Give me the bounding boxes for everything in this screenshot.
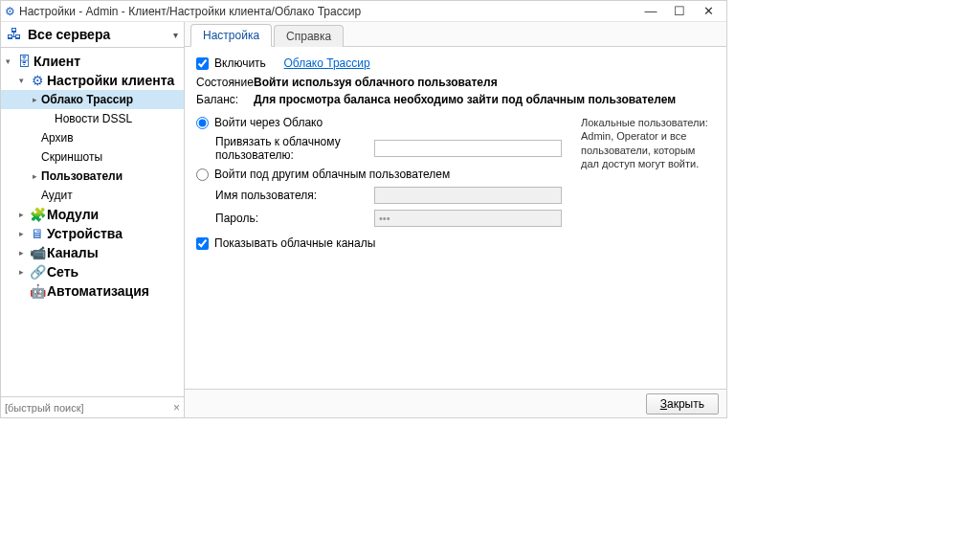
settings-window: ⚙ Настройки - Admin - Клиент/Настройки к… bbox=[0, 0, 727, 418]
chevron-icon[interactable]: ▸ bbox=[14, 248, 28, 258]
content-area: НастройкаСправка Включить Облако Трассир… bbox=[185, 22, 726, 417]
camera-icon: 📹 bbox=[28, 245, 47, 260]
tree-item-8[interactable]: ▸🧩Модули bbox=[1, 205, 184, 224]
nav-tree: ▾🗄Клиент▾⚙Настройки клиента▸Облако Трасс… bbox=[1, 48, 184, 396]
chevron-icon[interactable]: ▸ bbox=[14, 229, 28, 238]
enable-label: Включить bbox=[214, 56, 266, 70]
status-label: Состояние: bbox=[196, 76, 254, 89]
window-title: Настройки - Admin - Клиент/Настройки кли… bbox=[19, 5, 636, 18]
tree-item-12[interactable]: 🤖Автоматизация bbox=[1, 281, 184, 301]
sidebar-header[interactable]: 🖧 Все сервера ▾ bbox=[1, 22, 184, 48]
tree-item-3[interactable]: Новости DSSL bbox=[1, 109, 184, 128]
radio-login-cloud[interactable] bbox=[196, 117, 209, 129]
cloud-link[interactable]: Облако Трассир bbox=[284, 56, 370, 70]
tree-item-label: Архив bbox=[41, 131, 74, 145]
servers-icon: 🖧 bbox=[7, 26, 22, 43]
search-input[interactable] bbox=[5, 402, 173, 414]
tree-item-0[interactable]: ▾🗄Клиент bbox=[1, 52, 184, 71]
tree-item-label: Каналы bbox=[47, 245, 99, 260]
network-icon: 🔗 bbox=[28, 264, 47, 280]
gear-icon: ⚙ bbox=[5, 5, 15, 18]
chevron-icon[interactable]: ▾ bbox=[14, 76, 28, 85]
tree-item-2[interactable]: ▸Облако Трассир bbox=[1, 90, 184, 109]
db-icon: 🗄 bbox=[14, 54, 33, 69]
gear-icon: ⚙ bbox=[28, 73, 47, 88]
tree-item-11[interactable]: ▸🔗Сеть bbox=[1, 262, 184, 281]
status-value: Войти используя облачного пользователя bbox=[254, 76, 498, 89]
chevron-icon[interactable]: ▸ bbox=[14, 210, 28, 219]
tab-0[interactable]: Настройка bbox=[190, 24, 272, 47]
clear-search-icon[interactable]: × bbox=[173, 401, 180, 415]
password-label: Пароль: bbox=[215, 212, 368, 225]
tree-item-label: Новости DSSL bbox=[55, 112, 132, 125]
tree-item-1[interactable]: ▾⚙Настройки клиента bbox=[1, 71, 184, 90]
password-input[interactable] bbox=[374, 210, 562, 227]
chevron-icon[interactable]: ▸ bbox=[28, 95, 41, 104]
tree-item-label: Пользователи bbox=[41, 169, 122, 183]
minimize-button[interactable]: — bbox=[636, 4, 665, 18]
titlebar: ⚙ Настройки - Admin - Клиент/Настройки к… bbox=[1, 1, 726, 22]
tree-item-label: Облако Трассир bbox=[41, 93, 133, 106]
bind-cloud-user-input[interactable] bbox=[374, 140, 562, 157]
chevron-icon[interactable]: ▾ bbox=[1, 56, 14, 66]
tabs: НастройкаСправка bbox=[185, 22, 726, 47]
tree-item-label: Модули bbox=[47, 207, 99, 222]
robot-icon: 🤖 bbox=[28, 283, 47, 299]
show-channels-checkbox[interactable] bbox=[196, 237, 209, 250]
tree-item-4[interactable]: Архив bbox=[1, 128, 184, 147]
chevron-icon[interactable]: ▸ bbox=[14, 267, 28, 277]
tree-item-label: Сеть bbox=[47, 264, 78, 280]
username-input[interactable] bbox=[374, 187, 562, 204]
radio-login-other-label: Войти под другим облачным пользователем bbox=[214, 168, 450, 181]
dropdown-icon[interactable]: ▾ bbox=[173, 30, 178, 40]
radio-login-cloud-label: Войти через Облако bbox=[214, 116, 323, 129]
tree-item-7[interactable]: Аудит bbox=[1, 186, 184, 205]
tree-item-label: Аудит bbox=[41, 189, 73, 202]
settings-panel: Включить Облако Трассир Состояние: Войти… bbox=[185, 47, 726, 389]
tab-1[interactable]: Справка bbox=[274, 25, 344, 47]
login-options: Войти через Облако Привязать к облачному… bbox=[196, 116, 562, 256]
username-label: Имя пользователя: bbox=[215, 189, 368, 202]
chevron-icon[interactable]: ▸ bbox=[28, 171, 41, 181]
tree-item-9[interactable]: ▸🖥Устройства bbox=[1, 224, 184, 243]
tree-item-label: Клиент bbox=[33, 54, 80, 69]
tree-item-10[interactable]: ▸📹Каналы bbox=[1, 243, 184, 262]
close-button[interactable]: ✕ bbox=[694, 4, 723, 18]
enable-checkbox[interactable] bbox=[196, 57, 209, 70]
balance-label: Баланс: bbox=[196, 93, 254, 106]
footer: Закрыть bbox=[185, 389, 726, 417]
tree-item-label: Устройства bbox=[47, 226, 122, 241]
bind-cloud-user-label: Привязать к облачному пользователю: bbox=[215, 135, 368, 162]
balance-value: Для просмотра баланса необходимо зайти п… bbox=[254, 93, 676, 106]
sidebar: 🖧 Все сервера ▾ ▾🗄Клиент▾⚙Настройки клие… bbox=[1, 22, 185, 417]
puzzle-icon: 🧩 bbox=[28, 207, 47, 222]
tree-item-6[interactable]: ▸Пользователи bbox=[1, 167, 184, 186]
tree-item-label: Автоматизация bbox=[47, 283, 149, 299]
tree-item-5[interactable]: Скриншоты bbox=[1, 147, 184, 167]
show-channels-label: Показывать облачные каналы bbox=[214, 236, 375, 250]
devices-icon: 🖥 bbox=[28, 226, 47, 241]
close-settings-button[interactable]: Закрыть bbox=[646, 393, 719, 415]
radio-login-other[interactable] bbox=[196, 168, 209, 181]
maximize-button[interactable]: ☐ bbox=[665, 4, 694, 18]
window-body: 🖧 Все сервера ▾ ▾🗄Клиент▾⚙Настройки клие… bbox=[1, 22, 726, 417]
tree-item-label: Скриншоты bbox=[41, 150, 102, 164]
tree-item-label: Настройки клиента bbox=[47, 73, 174, 88]
quick-search: × bbox=[1, 396, 184, 417]
local-users-note: Локальные пользователи: Admin, Operator … bbox=[581, 116, 715, 256]
sidebar-header-label: Все сервера bbox=[28, 27, 167, 42]
